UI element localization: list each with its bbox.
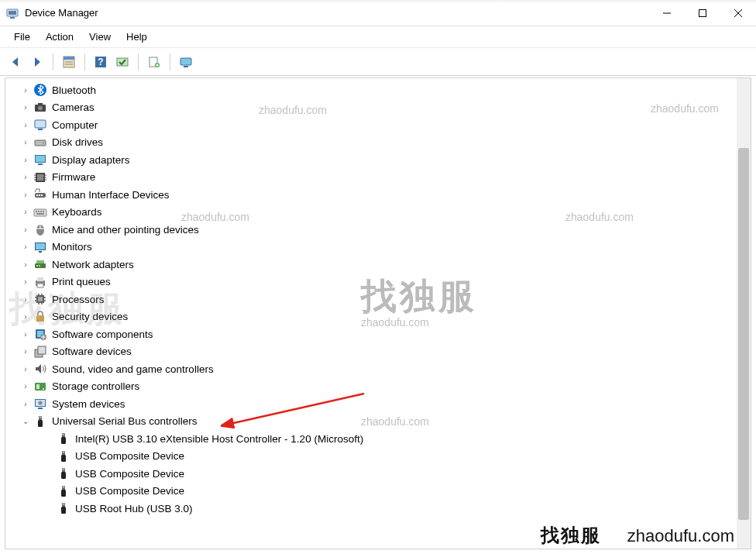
expand-chevron-icon[interactable]: › <box>19 243 32 251</box>
tree-category-label: Network adapters <box>52 259 134 270</box>
usb-icon <box>57 466 70 480</box>
tree-category[interactable]: ⌄Universal Serial Bus controllers <box>5 413 737 431</box>
display-icon <box>33 153 47 167</box>
usb-icon <box>57 432 70 446</box>
disk-icon <box>33 136 47 150</box>
tree-category-label: Computer <box>52 119 98 131</box>
tree-category-label: System devices <box>52 398 125 410</box>
usb-icon <box>57 501 70 515</box>
properties-button[interactable] <box>60 53 78 71</box>
toolbar-separator <box>138 53 139 71</box>
system-icon <box>33 397 47 411</box>
expand-chevron-icon[interactable]: › <box>19 382 32 391</box>
tree-device[interactable]: USB Composite Device <box>5 465 737 483</box>
sound-icon <box>33 362 47 376</box>
expand-chevron-icon[interactable]: › <box>19 173 32 181</box>
menu-file[interactable]: File <box>6 28 38 46</box>
expand-chevron-icon[interactable]: › <box>19 365 32 373</box>
tree-category[interactable]: ›Display adapters <box>5 151 737 169</box>
tree-category[interactable]: ›Mice and other pointing devices <box>5 221 737 239</box>
tree-category[interactable]: ›System devices <box>5 395 737 413</box>
tree-device[interactable]: USB Composite Device <box>5 483 737 501</box>
tree-category[interactable]: ›Cameras <box>5 99 737 117</box>
tree-category[interactable]: ›Firmware <box>5 169 737 187</box>
tree-category[interactable]: ›Computer <box>5 116 737 134</box>
tree-category-label: Storage controllers <box>52 380 139 392</box>
toolbar: ? <box>0 48 756 76</box>
svg-rect-17 <box>184 66 188 67</box>
keyboard-icon <box>33 205 47 219</box>
cpu-icon <box>33 292 47 306</box>
tree-device[interactable]: USB Root Hub (USB 3.0) <box>5 500 737 518</box>
expand-chevron-icon[interactable]: › <box>19 295 32 304</box>
tree-device-label: USB Composite Device <box>75 485 184 497</box>
menu-bar: File Action View Help <box>0 26 756 48</box>
svg-rect-13 <box>117 58 128 66</box>
menu-view[interactable]: View <box>81 28 119 46</box>
svg-rect-2 <box>9 11 16 15</box>
tree-category[interactable]: ›Monitors <box>5 239 737 256</box>
usb-icon <box>57 484 70 498</box>
minimize-button[interactable] <box>649 0 685 26</box>
scrollbar-thumb[interactable] <box>738 148 749 520</box>
tree-device[interactable]: Intel(R) USB 3.10 eXtensible Host Contro… <box>5 430 737 448</box>
tree-category[interactable]: ›Network adapters <box>5 256 737 274</box>
expand-chevron-icon[interactable]: › <box>19 330 32 339</box>
window-title: Device Manager <box>25 7 98 19</box>
expand-chevron-icon[interactable]: › <box>19 191 32 199</box>
device-tree-pane: ›Bluetooth›Cameras›Computer›Disk drives›… <box>5 77 751 549</box>
usb-icon <box>57 449 70 463</box>
tree-category[interactable]: ›Bluetooth <box>5 81 737 99</box>
menu-action[interactable]: Action <box>38 28 81 46</box>
remote-computer-button[interactable] <box>177 53 195 71</box>
printer-icon <box>33 275 47 289</box>
forward-button[interactable] <box>28 53 46 71</box>
expand-chevron-icon[interactable]: › <box>19 86 32 95</box>
tree-category[interactable]: ›Software components <box>5 325 737 343</box>
tree-category[interactable]: ›Keyboards <box>5 204 737 222</box>
tree-category-label: Mice and other pointing devices <box>52 224 199 236</box>
storage-icon <box>33 380 47 394</box>
tree-category-label: Keyboards <box>52 206 102 218</box>
security-icon <box>33 310 47 324</box>
close-button[interactable] <box>720 0 756 26</box>
menu-help[interactable]: Help <box>119 28 155 46</box>
tree-category[interactable]: ›Disk drives <box>5 134 737 152</box>
tree-category-label: Processors <box>52 294 105 305</box>
svg-text:?: ? <box>98 57 103 67</box>
tree-category[interactable]: ›Print queues <box>5 274 737 291</box>
expand-chevron-icon[interactable]: › <box>19 138 32 146</box>
tree-category[interactable]: ›Sound, video and game controllers <box>5 360 737 378</box>
tree-category[interactable]: ›Storage controllers <box>5 378 737 396</box>
tree-category[interactable]: ›Security devices <box>5 308 737 326</box>
expand-chevron-icon[interactable]: › <box>19 156 32 164</box>
expand-chevron-icon[interactable]: › <box>19 347 32 356</box>
tree-category[interactable]: ›Processors <box>5 291 737 308</box>
tree-category[interactable]: ›Human Interface Devices <box>5 186 737 204</box>
tree-device-label: USB Composite Device <box>75 450 184 462</box>
scan-hardware-button[interactable] <box>145 53 163 71</box>
expand-chevron-icon[interactable]: › <box>19 400 32 408</box>
expand-chevron-icon[interactable]: › <box>19 260 32 269</box>
expand-chevron-icon[interactable]: ⌄ <box>19 417 32 425</box>
expand-chevron-icon[interactable]: › <box>19 225 32 234</box>
expand-chevron-icon[interactable]: › <box>19 277 32 286</box>
bluetooth-icon <box>33 83 47 97</box>
app-icon <box>6 7 19 19</box>
expand-chevron-icon[interactable]: › <box>19 121 32 129</box>
back-button[interactable] <box>6 53 25 71</box>
expand-chevron-icon[interactable]: › <box>19 103 32 112</box>
vertical-scrollbar[interactable] <box>737 78 751 549</box>
expand-chevron-icon[interactable]: › <box>19 208 32 216</box>
footer-brand-url: zhaodufu.com <box>627 526 734 546</box>
show-hidden-button[interactable] <box>113 53 132 71</box>
svg-rect-8 <box>64 57 74 60</box>
tree-device[interactable]: USB Composite Device <box>5 448 737 466</box>
maximize-button[interactable] <box>685 0 720 26</box>
device-tree[interactable]: ›Bluetooth›Cameras›Computer›Disk drives›… <box>5 78 737 549</box>
tree-category[interactable]: ›Software devices <box>5 343 737 361</box>
software-icon <box>33 327 47 341</box>
tree-category-label: Universal Serial Bus controllers <box>52 415 198 427</box>
help-button[interactable]: ? <box>91 53 110 71</box>
expand-chevron-icon[interactable]: › <box>19 312 32 321</box>
